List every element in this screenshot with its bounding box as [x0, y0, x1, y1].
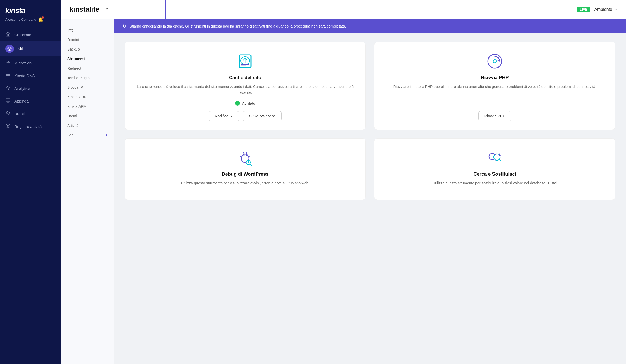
log-indicator	[106, 134, 107, 136]
svg-point-0	[8, 47, 11, 50]
sidebar-nav: Cruscotto Siti Migrazioni Kinsta DNS	[0, 26, 61, 364]
secondary-nav-strumenti[interactable]: Strumenti	[61, 54, 114, 64]
secondary-nav: Info Domini Backup Strumenti Redirect Te…	[61, 19, 114, 364]
utenti-icon	[5, 111, 11, 117]
svg-point-1	[9, 48, 10, 49]
tools-grid: Cache del sito La cache rende più veloce…	[114, 33, 626, 208]
search-replace-icon	[486, 149, 503, 166]
secondary-nav-log[interactable]: Log	[61, 130, 114, 140]
svg-line-19	[246, 152, 247, 153]
search-replace-title: Cerca e Sostituisci	[473, 171, 516, 177]
ambiente-button[interactable]: Ambiente	[594, 7, 618, 12]
secondary-nav-blocca-ip[interactable]: Blocca IP	[61, 83, 114, 92]
cache-title: Cache del sito	[229, 75, 261, 81]
debug-icon	[237, 149, 254, 166]
company-row: Awesome Company 🔔	[5, 17, 56, 22]
sidebar-item-analytics-label: Analytics	[14, 86, 30, 91]
secondary-nav-temi-plugin[interactable]: Temi e Plugin	[61, 73, 114, 83]
ambiente-label: Ambiente	[594, 7, 612, 12]
spinner-small: ↻	[249, 114, 252, 118]
cache-desc: La cache rende più veloce il caricamento…	[133, 84, 357, 96]
secondary-nav-domini[interactable]: Domini	[61, 35, 114, 45]
notification-dot	[42, 16, 44, 19]
php-title: Riavvia PHP	[481, 75, 509, 81]
secondary-nav-utenti[interactable]: Utenti	[61, 111, 114, 121]
svg-point-9	[7, 125, 9, 127]
secondary-nav-backup[interactable]: Backup	[61, 45, 114, 54]
site-name: kinstalife	[69, 5, 99, 14]
sidebar-item-registro-label: Registro attività	[14, 124, 42, 129]
sidebar-item-azienda[interactable]: Azienda	[0, 95, 61, 107]
php-actions: Riavvia PHP	[478, 107, 512, 121]
svuota-cache-label: Svuota cache	[253, 114, 276, 118]
search-replace-desc: Utilizza questo strumento per sostituire…	[433, 180, 557, 186]
sidebar-item-analytics[interactable]: Analytics	[0, 82, 61, 95]
dns-icon	[5, 73, 11, 78]
svg-line-20	[240, 156, 241, 157]
migrazioni-icon	[5, 60, 11, 66]
riavvia-php-label: Riavvia PHP	[484, 114, 505, 118]
bell-icon[interactable]: 🔔	[38, 17, 43, 22]
sidebar-item-kinsta-dns-label: Kinsta DNS	[14, 73, 35, 78]
tool-card-cache: Cache del sito La cache rende più veloce…	[125, 42, 366, 130]
cache-status: ✓ Abilitato	[235, 101, 255, 106]
secondary-nav-info[interactable]: Info	[61, 25, 114, 35]
secondary-nav-kinsta-apm[interactable]: Kinsta APM	[61, 102, 114, 111]
sidebar-item-siti[interactable]: Siti	[0, 41, 61, 56]
kinsta-logo: kinsta	[5, 6, 56, 15]
analytics-icon	[5, 85, 11, 91]
cache-status-dot: ✓	[235, 101, 240, 106]
live-badge: LIVE	[577, 7, 590, 12]
svg-line-25	[250, 164, 252, 166]
cache-actions: Modifica ↻ Svuota cache	[209, 111, 282, 121]
secondary-nav-redirect[interactable]: Redirect	[61, 64, 114, 73]
secondary-nav-attivita[interactable]: Attività	[61, 121, 114, 130]
sidebar-item-registro[interactable]: Registro attività	[0, 120, 61, 133]
sidebar-item-kinsta-dns[interactable]: Kinsta DNS	[0, 69, 61, 82]
sidebar-item-azienda-label: Azienda	[14, 99, 29, 103]
sidebar-item-utenti[interactable]: Utenti	[0, 107, 61, 120]
site-dropdown-button[interactable]	[104, 6, 110, 13]
banner-message: Stiamo cancellando la tua cache. Gli str…	[130, 24, 346, 28]
modifica-label: Modifica	[215, 114, 228, 118]
php-desc: Riavviare il motore PHP può eliminare al…	[393, 84, 596, 90]
svg-point-5	[7, 111, 8, 113]
tool-card-php: Riavvia PHP Riavviare il motore PHP può …	[374, 42, 615, 130]
modifica-button[interactable]: Modifica	[209, 111, 239, 121]
azienda-icon	[5, 98, 11, 104]
home-icon	[5, 32, 11, 38]
sidebar-item-migrazioni[interactable]: Migrazioni	[0, 56, 61, 69]
log-label: Log	[67, 133, 73, 137]
content-area: Info Domini Backup Strumenti Redirect Te…	[61, 19, 626, 364]
tool-card-search-replace: Cerca e Sostituisci Utilizza questo stru…	[374, 138, 615, 200]
debug-desc: Utilizza questo strumento per visualizza…	[181, 180, 310, 186]
svg-point-15	[493, 60, 496, 63]
cache-clearing-banner: ↻ Stiamo cancellando la tua cache. Gli s…	[114, 19, 626, 33]
cache-status-label: Abilitato	[242, 101, 255, 105]
secondary-nav-kinsta-cdn[interactable]: Kinsta CDN	[61, 92, 114, 102]
sidebar-item-cruscotto-label: Cruscotto	[14, 33, 31, 37]
company-name: Awesome Company	[5, 17, 36, 21]
svg-line-22	[249, 156, 250, 157]
sidebar-item-siti-label: Siti	[17, 47, 23, 51]
sidebar-item-migrazioni-label: Migrazioni	[14, 61, 32, 65]
debug-title: Debug di WordPress	[222, 171, 269, 177]
svuota-cache-button[interactable]: ↻ Svuota cache	[243, 111, 282, 121]
svg-line-18	[243, 152, 244, 153]
tool-card-debug: Debug di WordPress Utilizza questo strum…	[125, 138, 366, 200]
svg-line-31	[499, 159, 501, 161]
sidebar-logo-area: kinsta Awesome Company 🔔	[0, 0, 61, 26]
sidebar-item-cruscotto[interactable]: Cruscotto	[0, 28, 61, 41]
cache-icon	[237, 53, 254, 70]
svg-point-8	[6, 124, 10, 128]
main-area: kinstalife LIVE Ambiente Info Domini Bac…	[61, 0, 626, 364]
sidebar-item-utenti-label: Utenti	[14, 112, 25, 116]
registro-icon	[5, 123, 11, 129]
riavvia-php-button[interactable]: Riavvia PHP	[478, 111, 512, 121]
siti-icon	[5, 45, 14, 53]
page-content: ↻ Stiamo cancellando la tua cache. Gli s…	[114, 19, 626, 364]
php-icon	[486, 53, 503, 70]
sidebar: kinsta Awesome Company 🔔 Cruscotto Siti	[0, 0, 61, 364]
topbar: kinstalife LIVE Ambiente	[61, 0, 626, 19]
svg-rect-2	[6, 99, 10, 101]
